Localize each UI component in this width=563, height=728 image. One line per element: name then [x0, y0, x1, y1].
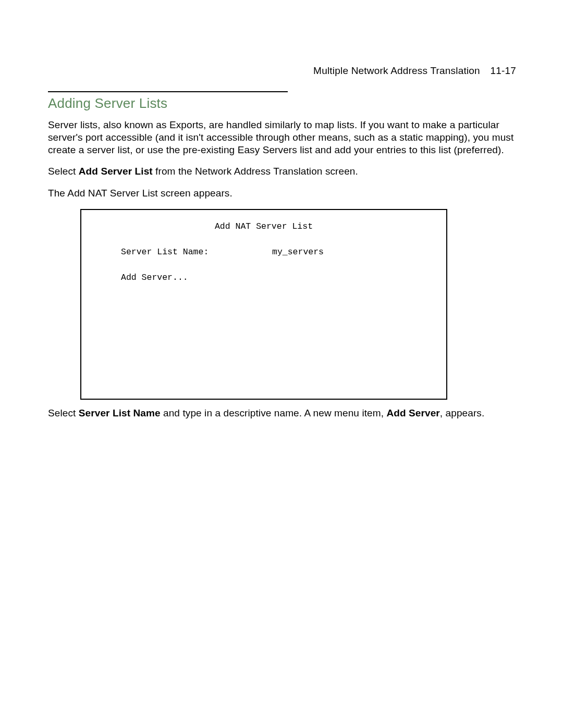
intro-paragraph: Server lists, also known as Exports, are… [48, 119, 516, 156]
instruction-paragraph-2: The Add NAT Server List screen appears. [48, 187, 516, 200]
page-header: Multiple Network Address Translation 11-… [48, 65, 516, 77]
terminal-field-label: Server List Name: [121, 247, 272, 257]
page-number: 11-17 [490, 65, 516, 76]
footer-paragraph: Select Server List Name and type in a de… [48, 407, 516, 419]
section-heading: Adding Server Lists [48, 95, 516, 112]
terminal-field-row: Server List Name: my_servers [97, 247, 431, 257]
terminal-field-value: my_servers [272, 247, 324, 257]
text-fragment: , appears. [440, 408, 485, 418]
bold-text: Add Server List [79, 166, 153, 177]
terminal-add-server: Add Server... [97, 273, 431, 282]
text-fragment: Select [48, 166, 79, 177]
bold-text: Add Server [386, 408, 439, 418]
text-fragment: Select [48, 408, 79, 418]
text-fragment: and type in a descriptive name. A new me… [161, 408, 387, 418]
bold-text: Server List Name [79, 408, 161, 418]
text-fragment: from the Network Address Translation scr… [153, 166, 358, 177]
instruction-paragraph-1: Select Add Server List from the Network … [48, 165, 516, 178]
section-divider [48, 91, 288, 92]
terminal-screenshot: Add NAT Server List Server List Name: my… [80, 209, 447, 400]
chapter-title: Multiple Network Address Translation [313, 65, 480, 76]
terminal-title: Add NAT Server List [97, 221, 431, 231]
document-page: Multiple Network Address Translation 11-… [0, 0, 563, 419]
